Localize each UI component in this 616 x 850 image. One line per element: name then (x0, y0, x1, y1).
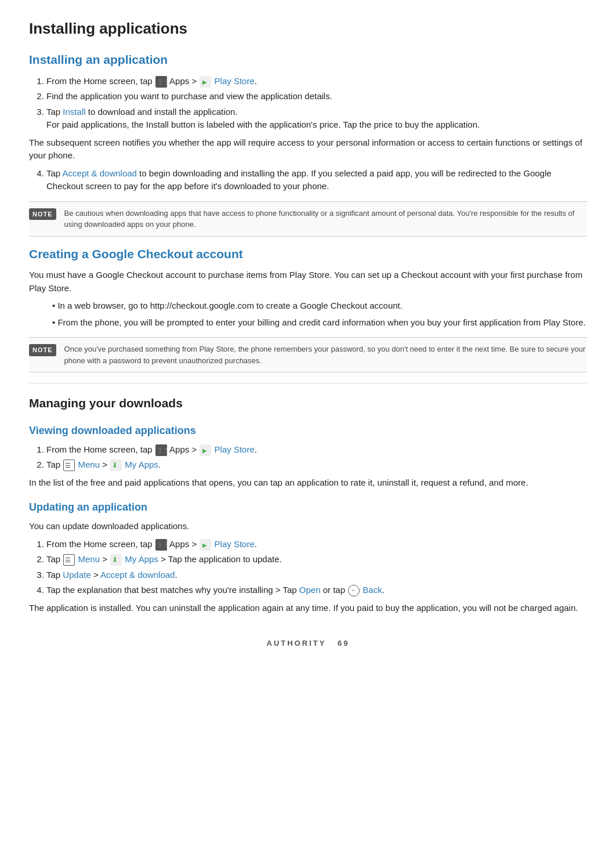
installing-steps: From the Home screen, tap Apps > Play St… (46, 75, 587, 132)
back-label: Back (363, 585, 382, 595)
checkout-bullets: In a web browser, go to http://checkout.… (52, 299, 587, 329)
note-text-installing: Be cautious when downloading apps that h… (64, 208, 587, 230)
list-item: From the Home screen, tap Apps > Play St… (46, 75, 587, 88)
section-heading-checkout: Creating a Google Checkout account (29, 245, 587, 263)
installing-steps-continued: Tap Accept & download to begin downloadi… (46, 167, 587, 193)
viewing-steps: From the Home screen, tap Apps > Play St… (46, 443, 587, 472)
section-heading-managing: Managing your downloads (29, 394, 587, 413)
paragraph-updating: You can update downloaded applications. (29, 520, 587, 533)
list-item: In a web browser, go to http://checkout.… (52, 299, 587, 313)
section-installing: Installing an application From the Home … (29, 50, 587, 237)
list-item: From the phone, you will be prompted to … (52, 316, 587, 330)
play-store-icon (200, 539, 211, 551)
paragraph-subsequent: The subsequent screen notifies you wheth… (29, 136, 587, 162)
section-checkout: Creating a Google Checkout account You m… (29, 245, 587, 373)
play-store-label: Play Store (215, 76, 255, 86)
update-link: Update (63, 570, 90, 580)
my-apps-icon (110, 460, 122, 471)
paragraph-installed: The application is installed. You can un… (29, 602, 587, 615)
note-box-checkout: NOTE Once you've purchased something fro… (29, 337, 587, 372)
list-item: Tap Update > Accept & download. (46, 569, 587, 582)
note-label: NOTE (29, 208, 56, 220)
install-link: Install (63, 107, 85, 117)
page-footer: AUTHORITY 69 (29, 638, 587, 649)
footer-brand: AUTHORITY (267, 639, 327, 648)
page-container: Installing applications Installing an ap… (29, 17, 587, 649)
list-item: Tap the explanation that best matches wh… (46, 584, 587, 597)
note-label: NOTE (29, 344, 56, 356)
open-link: Open (299, 585, 321, 595)
my-apps-label: My Apps (125, 554, 158, 564)
menu-icon (63, 460, 75, 471)
list-item: From the Home screen, tap Apps > Play St… (46, 538, 587, 551)
section-viewing: Viewing downloaded applications From the… (29, 423, 587, 490)
updating-steps: From the Home screen, tap Apps > Play St… (46, 538, 587, 597)
apps-icon (155, 444, 167, 456)
my-apps-label: My Apps (125, 460, 158, 469)
accept-download-link: Accept & download (63, 168, 137, 178)
list-item: Tap Menu > My Apps. (46, 458, 587, 472)
my-apps-icon (110, 554, 122, 566)
footer-page-number: 69 (338, 639, 349, 648)
section-managing: Managing your downloads Viewing download… (29, 394, 587, 614)
apps-icon (155, 539, 167, 551)
paragraph-viewing: In the list of the free and paid applica… (29, 476, 587, 490)
section-heading-viewing: Viewing downloaded applications (29, 423, 587, 439)
menu-label: Menu (78, 460, 100, 469)
accept-download-link2: Accept & download (100, 570, 175, 580)
list-item: Find the application you want to purchas… (46, 90, 587, 103)
play-store-icon (200, 76, 211, 88)
menu-icon (63, 554, 75, 566)
section-heading-installing: Installing an application (29, 50, 587, 69)
note-text-checkout: Once you've purchased something from Pla… (64, 343, 587, 366)
play-store-label: Play Store (215, 444, 255, 454)
section-updating: Updating an application You can update d… (29, 500, 587, 614)
section-heading-updating: Updating an application (29, 500, 587, 515)
page-title: Installing applications (29, 17, 587, 40)
list-item: Tap Accept & download to begin downloadi… (46, 167, 587, 193)
play-store-label: Play Store (215, 539, 255, 549)
list-item: From the Home screen, tap Apps > Play St… (46, 443, 587, 457)
list-item: Tap Install to download and install the … (46, 106, 587, 132)
menu-label: Menu (78, 554, 100, 564)
note-box-installing: NOTE Be cautious when downloading apps t… (29, 201, 587, 237)
paragraph-checkout: You must have a Google Checkout account … (29, 269, 587, 295)
back-icon (348, 585, 360, 596)
section-divider (29, 383, 587, 384)
apps-icon (155, 76, 167, 88)
play-store-icon (200, 444, 211, 456)
list-item: Tap Menu > My Apps > Tap the application… (46, 553, 587, 566)
